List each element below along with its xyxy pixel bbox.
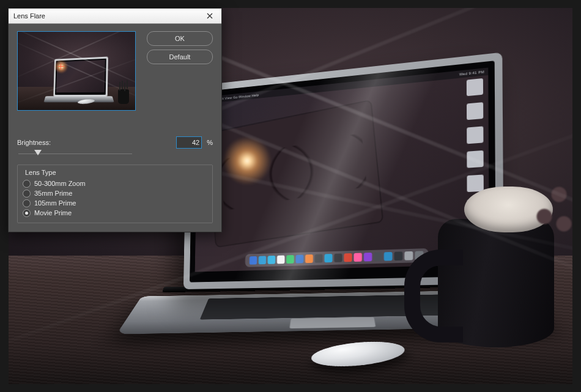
laptop-trackpad [289,317,376,328]
close-icon [207,13,213,19]
default-button[interactable]: Default [147,50,213,64]
lens-flare-dialog: Lens Flare [8,8,222,232]
page-root: Finder File Edit View Go Window Help Wed… [0,0,581,392]
brightness-slider-thumb[interactable] [34,150,42,155]
lens-type-option-label: 50-300mm Zoom [34,180,86,187]
preview-scene [18,32,135,110]
lens-type-group: Lens Type 50-300mm Zoom35mm Prime105mm P… [17,165,213,223]
flare-preview[interactable] [17,31,136,111]
lens-type-option-label: 35mm Prime [34,190,72,197]
lens-type-option[interactable]: 50-300mm Zoom [23,179,207,188]
photo-plant [530,165,572,239]
lens-type-options: 50-300mm Zoom35mm Prime105mm PrimeMovie … [23,179,207,218]
dialog-body: OK Default Brightness: % Lens Type 50-30… [9,24,221,232]
lens-type-label: Lens Type [23,169,59,176]
brightness-slider[interactable] [17,150,133,158]
lens-type-option-label: 105mm Prime [34,199,76,207]
brightness-label: Brightness: [17,139,51,146]
lens-type-option[interactable]: Movie Prime [23,208,207,218]
ok-button[interactable]: OK [147,31,213,46]
brightness-row: Brightness: % [17,136,213,149]
radio-icon [23,190,31,198]
radio-icon [23,209,31,217]
lens-type-option-label: Movie Prime [34,209,72,216]
dialog-titlebar[interactable]: Lens Flare [9,9,221,24]
flare-center-crosshair[interactable] [58,64,64,70]
dialog-buttons: OK Default [147,31,213,64]
percent-label: % [207,139,213,146]
lens-type-option[interactable]: 35mm Prime [23,188,207,198]
dialog-title: Lens Flare [13,12,201,20]
lens-type-option[interactable]: 105mm Prime [23,198,207,208]
radio-icon [23,199,31,207]
radio-icon [23,180,31,188]
brightness-input[interactable] [176,136,202,149]
close-button[interactable] [201,9,219,23]
